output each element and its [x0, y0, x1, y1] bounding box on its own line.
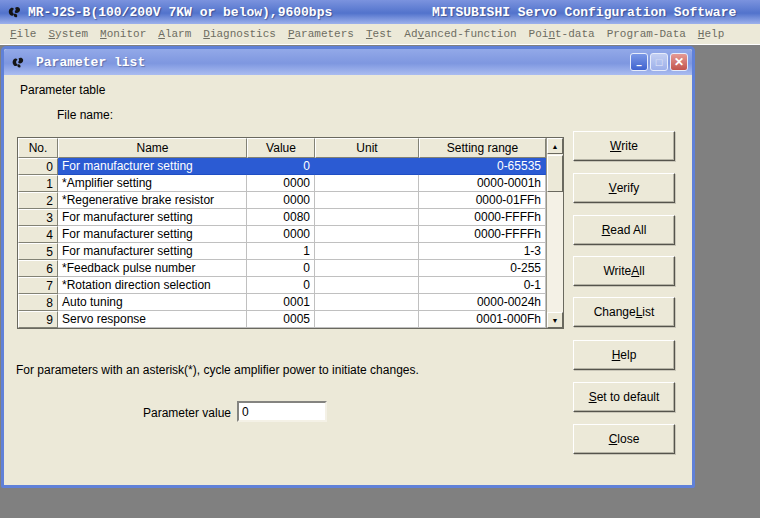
- column-header-value: Value: [247, 138, 315, 158]
- dialog-icon: [8, 53, 26, 71]
- menu-point-data-post: t-data: [555, 28, 595, 40]
- cell-range: 0-255: [419, 260, 546, 277]
- change-list-button[interactable]: Change List: [573, 297, 675, 327]
- verify-button[interactable]: Verify: [573, 173, 675, 203]
- menu-monitor-post: onitor: [107, 28, 147, 40]
- application-name: MITSUBISHI Servo Configuration Software: [432, 5, 736, 20]
- parameter-value-input[interactable]: [237, 401, 327, 422]
- write-all-button-key: A: [631, 264, 639, 278]
- asterisk-note: For parameters with an asterisk(*), cycl…: [16, 363, 419, 377]
- cell-range: 0001-000Fh: [419, 311, 546, 328]
- set-to-default-button[interactable]: Set to default: [573, 382, 675, 412]
- cell-name: *Rotation direction selection: [58, 277, 247, 294]
- cell-value: 1: [247, 243, 315, 260]
- scrollbar-thumb[interactable]: [547, 155, 563, 192]
- cell-value: 0080: [247, 209, 315, 226]
- cell-value: 0: [247, 260, 315, 277]
- change-list-button-pre: Change: [594, 305, 636, 319]
- menu-diagnostics[interactable]: Diagnostics: [197, 26, 282, 43]
- menu-system[interactable]: System: [42, 26, 94, 43]
- cell-value: 0001: [247, 294, 315, 311]
- maximize-icon[interactable]: □: [650, 53, 668, 71]
- menu-diagnostics-post: iagnostics: [210, 28, 276, 40]
- cell-value: 0: [247, 277, 315, 294]
- cell-name: Auto tuning: [58, 294, 247, 311]
- application-window: MR-J2S-B(100/200V 7KW or below),9600bps …: [0, 0, 760, 518]
- parameter-grid-cells: No. Name Value Unit Setting range 0For m…: [18, 138, 546, 328]
- maximize-glyph: □: [656, 57, 663, 68]
- cell-name: For manufacturer setting: [58, 158, 247, 175]
- scroll-down-icon[interactable]: ▼: [547, 312, 563, 328]
- menu-help[interactable]: Help: [692, 26, 730, 43]
- cell-unit: [315, 226, 419, 243]
- cell-no: 6: [18, 260, 58, 277]
- cell-value: 0000: [247, 192, 315, 209]
- menu-program-data-pre: Program-Data: [607, 28, 686, 40]
- menu-advanced-function-post: anced-function: [424, 28, 516, 40]
- cell-unit: [315, 175, 419, 192]
- help-button-key: H: [612, 348, 621, 362]
- read-all-button-key: R: [602, 223, 611, 237]
- cell-no: 8: [18, 294, 58, 311]
- read-all-button[interactable]: Read All: [573, 215, 675, 245]
- change-list-button-post: ist: [642, 305, 654, 319]
- main-titlebar: MR-J2S-B(100/200V 7KW or below),9600bps …: [0, 0, 760, 24]
- cell-value: 0005: [247, 311, 315, 328]
- menu-monitor[interactable]: Monitor: [94, 26, 152, 43]
- cell-unit: [315, 294, 419, 311]
- cell-range: 0000-01FFh: [419, 192, 546, 209]
- cell-name: For manufacturer setting: [58, 243, 247, 260]
- cell-no: 5: [18, 243, 58, 260]
- dialog-window-controls: – □ ✕: [630, 53, 688, 71]
- menu-advanced-function[interactable]: Advanced-function: [398, 26, 522, 43]
- menu-test-post: est: [373, 28, 393, 40]
- menu-advanced-function-pre: Ad: [404, 28, 417, 40]
- close-button[interactable]: Close: [573, 424, 675, 454]
- set-to-default-button-post: et to default: [597, 390, 660, 404]
- menu-bar: FileSystemMonitorAlarmDiagnosticsParamet…: [0, 24, 760, 45]
- action-button-column: WriteVerifyRead AllWrite AllChange ListH…: [573, 75, 675, 485]
- cell-no: 0: [18, 158, 58, 175]
- write-button-post: rite: [621, 139, 638, 153]
- minimize-glyph: –: [636, 61, 642, 71]
- scroll-up-icon[interactable]: ▲: [547, 138, 563, 154]
- write-button[interactable]: Write: [573, 131, 675, 161]
- cell-no: 1: [18, 175, 58, 192]
- cell-value: 0: [247, 158, 315, 175]
- menu-parameters[interactable]: Parameters: [282, 26, 360, 43]
- menu-system-post: ystem: [55, 28, 88, 40]
- minimize-icon[interactable]: –: [630, 53, 648, 71]
- menu-help-post: elp: [704, 28, 724, 40]
- help-button[interactable]: Help: [573, 340, 675, 370]
- read-all-button-post: ead All: [610, 223, 646, 237]
- vertical-scrollbar[interactable]: ▲ ▼: [546, 138, 563, 328]
- cell-range: 0000-0001h: [419, 175, 546, 192]
- menu-alarm[interactable]: Alarm: [152, 26, 197, 43]
- menu-parameters-post: arameters: [295, 28, 354, 40]
- cell-unit: [315, 209, 419, 226]
- change-list-button-key: L: [636, 305, 643, 319]
- dialog-body: Parameter table File name: No. Name Valu…: [4, 75, 692, 485]
- cell-no: 9: [18, 311, 58, 328]
- workspace-background: Parameter list – □ ✕ Parameter table Fil…: [0, 45, 760, 518]
- cell-range: 0-1: [419, 277, 546, 294]
- cell-no: 2: [18, 192, 58, 209]
- cell-unit: [315, 243, 419, 260]
- close-glyph: ✕: [674, 56, 684, 68]
- cell-range: 1-3: [419, 243, 546, 260]
- menu-program-data[interactable]: Program-Data: [601, 26, 692, 43]
- cell-name: Servo response: [58, 311, 247, 328]
- menu-test[interactable]: Test: [360, 26, 398, 43]
- column-header-unit: Unit: [315, 138, 419, 158]
- parameter-value-label: Parameter value: [137, 406, 231, 420]
- close-icon[interactable]: ✕: [670, 53, 688, 71]
- column-header-name: Name: [58, 138, 247, 158]
- menu-point-data[interactable]: Point-data: [523, 26, 601, 43]
- cell-unit: [315, 192, 419, 209]
- set-to-default-button-key: S: [589, 390, 597, 404]
- dialog-icon-glyph: [10, 55, 25, 70]
- menu-file-key: F: [10, 28, 17, 40]
- column-header-no: No.: [18, 138, 58, 158]
- menu-file[interactable]: File: [4, 26, 42, 43]
- write-all-button[interactable]: Write All: [573, 256, 675, 286]
